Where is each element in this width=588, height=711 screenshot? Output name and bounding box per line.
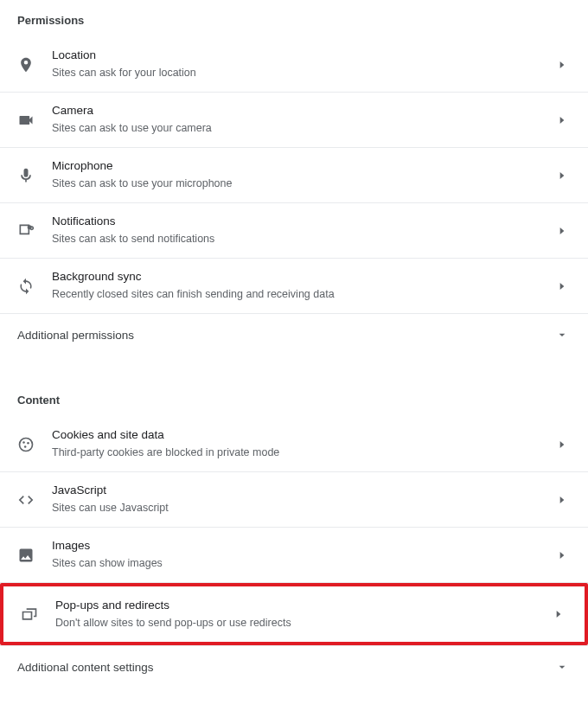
row-subtitle: Sites can use Javascript bbox=[52, 501, 553, 516]
row-camera[interactable]: Camera Sites can ask to use your camera bbox=[0, 93, 588, 148]
chevron-right-icon bbox=[553, 112, 571, 129]
svg-point-0 bbox=[28, 225, 32, 229]
additional-content-expander[interactable]: Additional content settings bbox=[0, 645, 588, 688]
row-background-sync[interactable]: Background sync Recently closed sites ca… bbox=[0, 259, 588, 314]
row-texts: Images Sites can show images bbox=[52, 538, 553, 571]
row-javascript[interactable]: JavaScript Sites can use Javascript bbox=[0, 472, 588, 528]
row-location[interactable]: Location Sites can ask for your location bbox=[0, 37, 588, 93]
chevron-down-icon bbox=[553, 326, 571, 343]
chevron-right-icon bbox=[553, 491, 571, 509]
notifications-icon bbox=[17, 222, 35, 240]
location-icon bbox=[17, 56, 35, 74]
row-title: Notifications bbox=[52, 214, 553, 230]
permissions-header: Permissions bbox=[0, 0, 588, 37]
row-notifications[interactable]: Notifications Sites can ask to send noti… bbox=[0, 203, 588, 259]
chevron-right-icon bbox=[553, 547, 571, 564]
row-texts: Notifications Sites can ask to send noti… bbox=[52, 214, 553, 247]
row-texts: Microphone Sites can ask to use your mic… bbox=[52, 158, 553, 191]
row-title: Microphone bbox=[52, 158, 553, 175]
row-title: Images bbox=[52, 538, 553, 554]
chevron-right-icon bbox=[553, 167, 571, 184]
row-texts: JavaScript Sites can use Javascript bbox=[52, 483, 553, 516]
expander-label: Additional content settings bbox=[17, 661, 553, 674]
popup-icon bbox=[21, 605, 38, 623]
svg-point-4 bbox=[24, 445, 27, 448]
row-title: Location bbox=[52, 48, 553, 64]
chevron-right-icon bbox=[550, 605, 567, 623]
row-subtitle: Sites can ask to send notifications bbox=[52, 232, 553, 247]
cookie-icon bbox=[17, 436, 35, 453]
chevron-right-icon bbox=[553, 436, 571, 453]
row-subtitle: Sites can ask to use your microphone bbox=[52, 176, 553, 192]
row-subtitle: Sites can ask for your location bbox=[52, 66, 553, 81]
svg-point-3 bbox=[27, 442, 29, 444]
row-popups[interactable]: Pop-ups and redirects Don't allow sites … bbox=[3, 586, 585, 642]
row-subtitle: Recently closed sites can finish sending… bbox=[52, 287, 553, 303]
content-header: Content bbox=[0, 380, 588, 417]
row-texts: Cookies and site data Third-party cookie… bbox=[52, 427, 553, 460]
row-subtitle: Sites can show images bbox=[52, 556, 553, 572]
row-subtitle: Don't allow sites to send pop-ups or use… bbox=[55, 616, 550, 631]
row-texts: Location Sites can ask for your location bbox=[52, 48, 553, 80]
row-texts: Camera Sites can ask to use your camera bbox=[52, 103, 553, 136]
svg-point-2 bbox=[22, 441, 25, 444]
row-images[interactable]: Images Sites can show images bbox=[0, 528, 588, 583]
row-title: JavaScript bbox=[52, 483, 553, 499]
row-title: Camera bbox=[52, 103, 553, 119]
sync-icon bbox=[17, 278, 35, 295]
additional-permissions-expander[interactable]: Additional permissions bbox=[0, 314, 588, 356]
row-subtitle: Third-party cookies are blocked in priva… bbox=[52, 445, 553, 461]
row-title: Pop-ups and redirects bbox=[55, 598, 550, 614]
code-icon bbox=[17, 491, 35, 509]
camera-icon bbox=[17, 112, 35, 129]
highlight-box: Pop-ups and redirects Don't allow sites … bbox=[0, 583, 588, 645]
row-title: Cookies and site data bbox=[52, 427, 553, 444]
row-texts: Pop-ups and redirects Don't allow sites … bbox=[55, 598, 550, 631]
chevron-down-icon bbox=[553, 658, 571, 676]
expander-label: Additional permissions bbox=[17, 329, 553, 342]
row-texts: Background sync Recently closed sites ca… bbox=[52, 269, 553, 302]
chevron-right-icon bbox=[553, 222, 571, 240]
row-cookies[interactable]: Cookies and site data Third-party cookie… bbox=[0, 417, 588, 472]
chevron-right-icon bbox=[553, 278, 571, 295]
image-icon bbox=[17, 547, 35, 564]
row-microphone[interactable]: Microphone Sites can ask to use your mic… bbox=[0, 148, 588, 203]
row-subtitle: Sites can ask to use your camera bbox=[52, 121, 553, 137]
microphone-icon bbox=[17, 167, 35, 184]
row-title: Background sync bbox=[52, 269, 553, 285]
svg-point-1 bbox=[20, 438, 33, 451]
chevron-right-icon bbox=[553, 56, 571, 74]
